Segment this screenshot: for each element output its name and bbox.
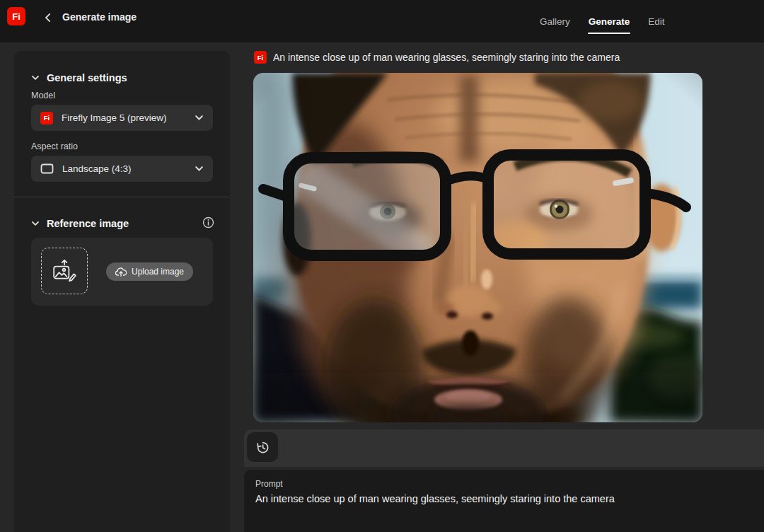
- general-settings-header[interactable]: General settings: [31, 72, 127, 83]
- image-upload-icon: [52, 258, 77, 284]
- reference-dropzone[interactable]: [41, 248, 88, 294]
- tab-gallery[interactable]: Gallery: [539, 0, 571, 42]
- chevron-down-icon: [31, 221, 40, 226]
- model-value: Firefly Image 5 (preview): [62, 112, 167, 123]
- settings-sidebar: General settings Model Fi Firefly Image …: [14, 51, 230, 532]
- aspect-ratio-label: Aspect ratio: [31, 141, 78, 151]
- tab-edit[interactable]: Edit: [647, 0, 665, 42]
- model-select[interactable]: Fi Firefly Image 5 (preview): [31, 105, 213, 131]
- firefly-app: Fi Generate image Gallery Generate Edit …: [0, 0, 764, 532]
- generated-image[interactable]: [253, 73, 702, 422]
- prompt-text: An intense close up of man wearing glass…: [255, 493, 753, 504]
- prompt-header-text: An intense close up of man wearing glass…: [273, 52, 620, 63]
- mode-tabs: Gallery Generate Edit: [539, 0, 666, 42]
- chevron-down-icon: [31, 75, 40, 81]
- reference-image-card: Upload image: [31, 238, 213, 306]
- active-tab-indicator: [588, 33, 631, 35]
- upload-image-button[interactable]: Upload image: [106, 262, 193, 281]
- chevron-left-icon: [45, 13, 51, 23]
- landscape-icon: [40, 163, 54, 174]
- upload-image-label: Upload image: [132, 267, 184, 277]
- chevron-down-icon: [195, 115, 204, 121]
- general-settings-title: General settings: [47, 72, 127, 83]
- tab-generate[interactable]: Generate: [588, 0, 631, 42]
- history-button[interactable]: [247, 432, 278, 462]
- page-title: Generate image: [62, 11, 137, 23]
- reference-image-header[interactable]: Reference image: [31, 218, 129, 229]
- info-icon[interactable]: [202, 216, 214, 229]
- reference-image-title: Reference image: [47, 218, 129, 229]
- firefly-model-icon: Fi: [40, 112, 53, 125]
- prompt-header: Fi An intense close up of man wearing gl…: [254, 51, 620, 64]
- cloud-upload-icon: [115, 267, 127, 277]
- generated-image-art: [253, 73, 702, 422]
- top-bar: Fi Generate image Gallery Generate Edit: [0, 0, 764, 42]
- firefly-badge-icon: Fi: [254, 51, 267, 64]
- chevron-down-icon: [195, 166, 204, 172]
- back-button[interactable]: [40, 10, 55, 25]
- firefly-logo[interactable]: Fi: [7, 7, 25, 25]
- sidebar-divider: [14, 197, 230, 197]
- prompt-input-panel[interactable]: Prompt An intense close up of man wearin…: [244, 470, 764, 532]
- aspect-ratio-value: Landscape (4:3): [62, 163, 132, 174]
- model-label: Model: [31, 91, 55, 100]
- history-icon: [256, 441, 270, 454]
- prompt-label: Prompt: [255, 479, 753, 489]
- tab-generate-label: Generate: [589, 16, 630, 27]
- aspect-ratio-select[interactable]: Landscape (4:3): [31, 156, 213, 182]
- history-toolbar: [244, 429, 764, 467]
